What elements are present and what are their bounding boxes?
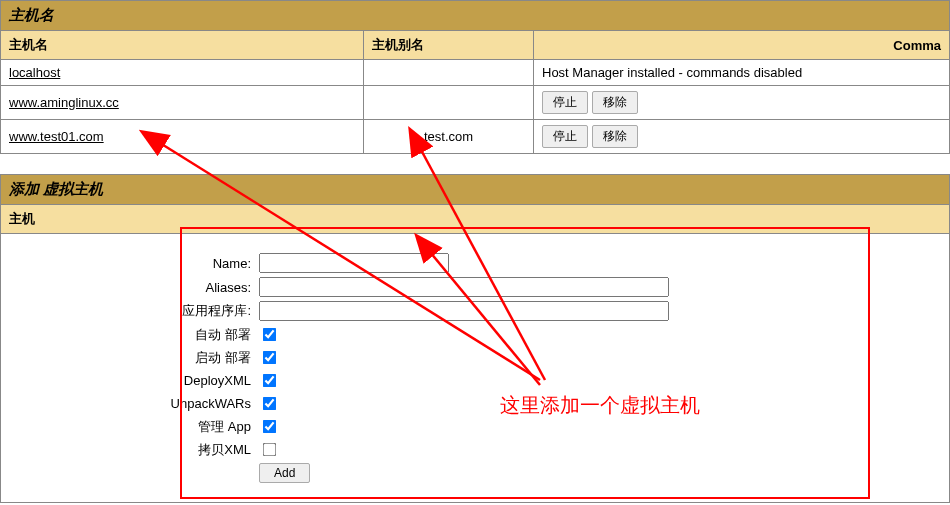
- name-input[interactable]: [259, 253, 449, 273]
- add-button[interactable]: Add: [259, 463, 310, 483]
- manageapp-checkbox[interactable]: [263, 420, 277, 434]
- host-alias: [364, 60, 534, 86]
- deployxml-checkbox[interactable]: [263, 374, 277, 388]
- copyxml-checkbox[interactable]: [263, 443, 277, 457]
- table-row: www.test01.comtest.com停止移除: [1, 120, 950, 154]
- add-host-subtitle: 主机: [1, 205, 950, 234]
- col-alias: 主机别名: [364, 31, 534, 60]
- host-alias: test.com: [364, 120, 534, 154]
- deployxml-label: DeployXML: [29, 373, 259, 388]
- appbase-input[interactable]: [259, 301, 669, 321]
- col-commands: Comma: [534, 31, 950, 60]
- host-commands: Host Manager installed - commands disabl…: [534, 60, 950, 86]
- aliases-input[interactable]: [259, 277, 669, 297]
- remove-button[interactable]: 移除: [592, 91, 638, 114]
- unpackwars-checkbox[interactable]: [263, 397, 277, 411]
- copyxml-label: 拷贝XML: [29, 441, 259, 459]
- hosts-title: 主机名: [1, 1, 950, 31]
- table-row: www.aminglinux.cc停止移除: [1, 86, 950, 120]
- host-link[interactable]: localhost: [9, 65, 60, 80]
- add-host-form: Name: Aliases: 应用程序库: 自动 部署 启动 部署 Deploy…: [9, 239, 941, 497]
- autodeploy-label: 自动 部署: [29, 326, 259, 344]
- appbase-label: 应用程序库:: [29, 302, 259, 320]
- startdeploy-label: 启动 部署: [29, 349, 259, 367]
- stop-button[interactable]: 停止: [542, 125, 588, 148]
- stop-button[interactable]: 停止: [542, 91, 588, 114]
- host-commands: 停止移除: [534, 86, 950, 120]
- host-link[interactable]: www.test01.com: [9, 129, 104, 144]
- table-row: localhostHost Manager installed - comman…: [1, 60, 950, 86]
- host-alias: [364, 86, 534, 120]
- manageapp-label: 管理 App: [29, 418, 259, 436]
- add-host-form-cell: Name: Aliases: 应用程序库: 自动 部署 启动 部署 Deploy…: [1, 234, 950, 503]
- name-label: Name:: [29, 256, 259, 271]
- aliases-label: Aliases:: [29, 280, 259, 295]
- add-host-title: 添加 虚拟主机: [1, 175, 950, 205]
- add-host-table: 添加 虚拟主机 主机 Name: Aliases: 应用程序库: 自动 部署 启…: [0, 174, 950, 503]
- hosts-table: 主机名 主机名 主机别名 Comma localhostHost Manager…: [0, 0, 950, 154]
- unpackwars-label: UnpackWARs: [29, 396, 259, 411]
- host-commands: 停止移除: [534, 120, 950, 154]
- remove-button[interactable]: 移除: [592, 125, 638, 148]
- startdeploy-checkbox[interactable]: [263, 351, 277, 365]
- host-link[interactable]: www.aminglinux.cc: [9, 95, 119, 110]
- col-hostname: 主机名: [1, 31, 364, 60]
- autodeploy-checkbox[interactable]: [263, 328, 277, 342]
